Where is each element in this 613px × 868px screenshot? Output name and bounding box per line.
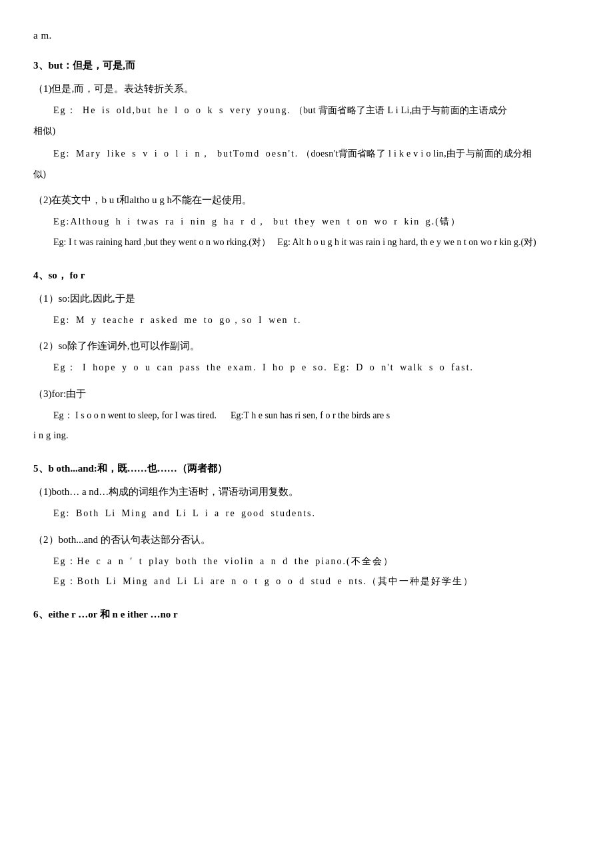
section-3-keyword: but： bbox=[49, 60, 73, 71]
section-3-rest: 但是，可是,而 bbox=[73, 60, 135, 71]
subsection-5-1-title: （1)both… a nd…构成的词组作为主语时，谓语动词用复数。 bbox=[33, 483, 580, 501]
subsection-4-1-title: （1）so:因此,因此,于是 bbox=[33, 290, 580, 308]
section-6: 6、eithe r …or 和 n e ither …no r bbox=[33, 606, 580, 624]
subsection-4-1: （1）so:因此,因此,于是 Eg: M y teache r asked me… bbox=[33, 290, 580, 330]
section-5: 5、b oth...and:和，既……也……（两者都） （1)both… a n… bbox=[33, 460, 580, 591]
example-4-3-1-cont: i n g ing. bbox=[33, 427, 580, 445]
opening-text: a m. bbox=[33, 30, 52, 41]
content-area: a m. 3、but：但是，可是,而 （1)但是,而，可是。表达转折关系。 Eg… bbox=[33, 27, 580, 624]
section-3-num: 3、 bbox=[33, 60, 49, 71]
example-3-1-1-text: Eg： He is old,but he l o o k s very youn… bbox=[53, 105, 291, 115]
section-4: 4、so， fo r （1）so:因此,因此,于是 Eg: M y teache… bbox=[33, 266, 580, 445]
example-3-1-2-text: Eg: Mary like s v i o l i n， butTomd oes… bbox=[53, 149, 299, 159]
example-3-1-2-note: （doesn't背面省略了 l i k e v i o lin,由于与前面的成分… bbox=[301, 149, 532, 159]
section-5-keyword: b oth...and: bbox=[49, 463, 97, 474]
subsection-5-1: （1)both… a nd…构成的词组作为主语时，谓语动词用复数。 Eg: Bo… bbox=[33, 483, 580, 523]
subsection-4-2: （2）so除了作连词外,也可以作副词。 Eg： I hope y o u can… bbox=[33, 337, 580, 377]
section-6-num: 6、 bbox=[33, 609, 49, 620]
subsection-4-3-title: （3)for:由于 bbox=[33, 385, 580, 403]
example-3-2-2: Eg: I t was raining hard ,but they went … bbox=[53, 234, 580, 252]
subsection-3-2-title: （2)在英文中，b u t和altho u g h不能在一起使用。 bbox=[33, 191, 580, 209]
example-3-1-2: Eg: Mary like s v i o l i n， butTomd oes… bbox=[53, 145, 580, 163]
section-3-title: 3、but：但是，可是,而 bbox=[33, 57, 580, 75]
example-5-1-1: Eg: Both Li Ming and Li L i a re good st… bbox=[53, 505, 580, 523]
subsection-3-1-title: （1)但是,而，可是。表达转折关系。 bbox=[33, 80, 580, 98]
example-3-1-2-cont: 似) bbox=[33, 166, 580, 184]
section-4-keyword: so， fo r bbox=[49, 270, 85, 280]
section-4-title: 4、so， fo r bbox=[33, 266, 580, 284]
example-3-1-1: Eg： He is old,but he l o o k s very youn… bbox=[53, 102, 580, 120]
subsection-5-2-title: （2）both...and 的否认句表达部分否认。 bbox=[33, 531, 580, 549]
example-4-1-1: Eg: M y teache r asked me to go，so I wen… bbox=[53, 312, 580, 330]
section-3: 3、but：但是，可是,而 （1)但是,而，可是。表达转折关系。 Eg： He … bbox=[33, 57, 580, 252]
example-5-2-2: Eg：Both Li Ming and Li Li are n o t g o … bbox=[53, 573, 580, 591]
section-5-title: 5、b oth...and:和，既……也……（两者都） bbox=[33, 460, 580, 478]
section-5-rest: 和，既……也……（两者都） bbox=[97, 463, 227, 474]
subsection-5-2: （2）both...and 的否认句表达部分否认。 Eg：He c a n ′ … bbox=[33, 531, 580, 591]
example-3-2-1: Eg:Althoug h i twas ra i nin g ha r d， b… bbox=[53, 213, 580, 231]
subsection-4-3: （3)for:由于 Eg： I s o o n went to sleep, f… bbox=[33, 385, 580, 445]
section-4-num: 4、 bbox=[33, 270, 49, 280]
example-3-1-1-cont: 相似) bbox=[33, 123, 580, 141]
section-5-num: 5、 bbox=[33, 463, 49, 474]
opening-line: a m. bbox=[33, 27, 580, 45]
subsection-3-2: （2)在英文中，b u t和altho u g h不能在一起使用。 Eg:Alt… bbox=[33, 191, 580, 251]
section-6-title: 6、eithe r …or 和 n e ither …no r bbox=[33, 606, 580, 624]
example-3-1-1-note: （but 背面省略了主语 L i Li,由于与前面的主语成分 bbox=[294, 105, 508, 115]
subsection-3-1: （1)但是,而，可是。表达转折关系。 Eg： He is old,but he … bbox=[33, 80, 580, 183]
section-6-keyword: eithe r …or 和 n e ither …no r bbox=[49, 609, 178, 620]
example-4-2-1: Eg： I hope y o u can pass the exam. I ho… bbox=[53, 359, 580, 377]
example-5-2-1: Eg：He c a n ′ t play both the violin a n… bbox=[53, 553, 580, 571]
example-4-3-1: Eg： I s o o n went to sleep, for I was t… bbox=[53, 407, 580, 425]
subsection-4-2-title: （2）so除了作连词外,也可以作副词。 bbox=[33, 337, 580, 355]
